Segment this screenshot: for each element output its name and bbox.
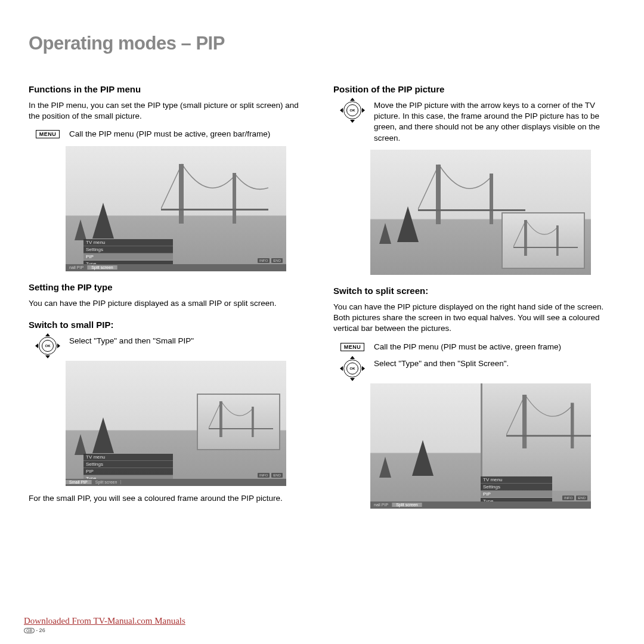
page-title: Operating modes – PIP <box>29 33 615 54</box>
pip-inset-small <box>197 394 280 450</box>
instruction-menu-call: MENU Call the PIP menu (PIP must be acti… <box>33 129 311 140</box>
right-column: Position of the PIP picture OK Move the … <box>333 84 615 516</box>
screenshot-small-pip: TV menu Settings PIP Type INFOEND Small … <box>66 361 286 486</box>
instruction-move-pip: OK Move the PIP picture with the arrow k… <box>338 100 615 144</box>
menu-button-icon: MENU <box>338 342 367 351</box>
menu-label: MENU <box>36 130 60 138</box>
pip-inset-position <box>501 212 585 269</box>
ok-button-icon: OK <box>33 336 62 355</box>
osd-menu: TV menu Settings PIP Type <box>83 454 173 482</box>
heading-functions: Functions in the PIP menu <box>29 84 311 94</box>
content-columns: Functions in the PIP menu In the PIP men… <box>29 84 615 516</box>
menu-label: MENU <box>340 343 365 351</box>
instruction-text: Select "Type" and then "Split Screen". <box>374 358 615 369</box>
instruction-select-small-pip: OK Select "Type" and then "Small PIP" <box>33 336 311 355</box>
heading-small-pip: Switch to small PIP: <box>29 320 311 330</box>
instruction-text: Call the PIP menu (PIP must be active, g… <box>374 342 615 352</box>
text-small-pip-note: For the small PIP, you will see a colour… <box>29 493 311 504</box>
osd-menu: TV menu Settings PIP Type <box>83 239 173 268</box>
footer-link[interactable]: Downloaded From TV-Manual.com Manuals <box>24 616 185 626</box>
screenshot-pip-menu: TV menu Settings PIP Type INFOEND nall P… <box>66 146 286 271</box>
ok-button-icon: OK <box>338 358 367 377</box>
instruction-select-split: OK Select "Type" and then "Split Screen"… <box>338 358 615 377</box>
heading-setting-type: Setting the PIP type <box>29 282 311 292</box>
page-footer: Downloaded From TV-Manual.com Manuals GB… <box>24 615 185 633</box>
left-column: Functions in the PIP menu In the PIP men… <box>29 84 311 516</box>
ok-button-icon: OK <box>338 100 367 119</box>
instruction-text: Select "Type" and then "Small PIP" <box>69 336 311 346</box>
text-split-screen: You can have the PIP picture displayed o… <box>333 302 615 335</box>
page-number: GB- 26 <box>24 627 185 633</box>
text-setting-type: You can have the PIP picture displayed a… <box>29 298 311 309</box>
osd-menu: TV menu Settings PIP Type <box>481 476 552 505</box>
screenshot-split-screen: TV menu Settings PIP Type INFOEND nall P… <box>370 383 591 509</box>
heading-split-screen: Switch to split screen: <box>333 286 615 296</box>
menu-button-icon: MENU <box>33 129 62 138</box>
instruction-call-menu-split: MENU Call the PIP menu (PIP must be acti… <box>338 342 615 352</box>
instruction-text: Move the PIP picture with the arrow keys… <box>374 100 615 144</box>
text-functions-intro: In the PIP menu, you can set the PIP typ… <box>29 100 311 122</box>
instruction-text: Call the PIP menu (PIP must be active, g… <box>69 129 311 140</box>
heading-position: Position of the PIP picture <box>333 84 615 94</box>
screenshot-pip-position <box>370 150 591 275</box>
